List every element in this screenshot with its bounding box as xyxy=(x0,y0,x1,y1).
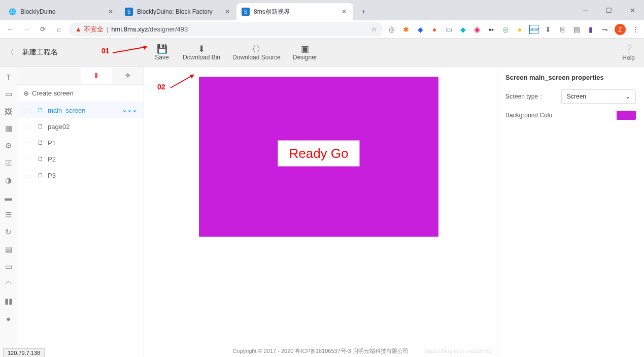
drag-handle-icon[interactable]: ⋮⋮ xyxy=(23,124,33,129)
file-icon: 🗋 xyxy=(38,155,44,163)
profile-avatar[interactable]: Z xyxy=(615,24,626,35)
circle-widget-icon[interactable]: ● xyxy=(4,313,14,323)
url-text: hmi.8ms.xyz/designer/493 xyxy=(111,25,188,33)
screen-item-p2[interactable]: ⋮⋮ 🗋 P2 xyxy=(17,151,144,167)
screens-tab[interactable]: ▮ xyxy=(81,67,112,84)
more-icon[interactable]: ∘∘∘ xyxy=(122,106,138,114)
close-window-button[interactable]: ✕ xyxy=(621,0,644,20)
ext-icon[interactable]: ◆ xyxy=(416,25,425,34)
designer-icon: ▣ xyxy=(301,44,309,54)
ext-icon[interactable]: ▪▪ xyxy=(487,25,496,34)
switch-widget-icon[interactable]: ◑ xyxy=(4,175,14,185)
screen-type-select[interactable]: Screen ⌄ xyxy=(561,89,636,104)
ext-icon[interactable]: ● xyxy=(430,25,439,34)
screen-name: P2 xyxy=(48,155,56,163)
bg-color-swatch[interactable] xyxy=(617,111,636,120)
save-icon: 💾 xyxy=(157,44,167,54)
browser-tab-strip: 🌐 BlocklyDuino ✕ S BlocklyDuino: Block F… xyxy=(0,0,644,20)
widget-toolbox: T ▭ 🖼 ▦ ⚙ ☑ ◑ ▬ ☰ ↻ ▤ ▭ ◠ ▮▮ ● xyxy=(0,67,17,357)
app-root: 〈 新建工程名 01 💾 Save ⬇ Download Bin 〈〉 Down… xyxy=(0,39,644,357)
ext-icon[interactable]: ◎ xyxy=(501,25,510,34)
forward-button[interactable]: → xyxy=(20,23,32,36)
back-button[interactable]: ← xyxy=(4,23,16,36)
designer-button[interactable]: ▣ Designer xyxy=(289,42,321,63)
screen-name: main_screen xyxy=(48,107,85,114)
new-tab-button[interactable]: ＋ xyxy=(356,5,370,19)
ext-icon[interactable]: ▭ xyxy=(444,25,453,34)
grid-widget-icon[interactable]: ▦ xyxy=(4,123,14,134)
screen-item-page02[interactable]: ⋮⋮ 🗋 page02 xyxy=(17,118,144,135)
help-button[interactable]: ❔ Help xyxy=(622,44,635,61)
progress-widget-icon[interactable]: ▮▮ xyxy=(4,296,14,306)
drag-handle-icon[interactable]: ⋮⋮ xyxy=(23,173,33,178)
help-icon: ❔ xyxy=(623,44,634,54)
rect-widget-icon[interactable]: ▭ xyxy=(4,89,14,99)
maximize-button[interactable]: ☐ xyxy=(597,0,621,20)
image-widget-icon[interactable]: 🖼 xyxy=(4,106,14,116)
drag-handle-icon[interactable]: ⋮⋮ xyxy=(23,140,33,146)
table-widget-icon[interactable]: ▤ xyxy=(4,244,14,254)
star-icon[interactable]: ☆ xyxy=(371,25,377,33)
ready-go-label[interactable]: Ready Go xyxy=(278,141,359,167)
screen-type-value: Screen xyxy=(567,93,586,100)
screen-type-label: Screen type： xyxy=(505,92,556,101)
text-widget-icon[interactable]: T xyxy=(4,72,14,82)
svg-line-2 xyxy=(171,75,194,88)
create-screen-button[interactable]: ⊕ Create screen xyxy=(17,85,144,102)
ext-icon[interactable]: ⎘ xyxy=(558,25,567,34)
screen-item-p3[interactable]: ⋮⋮ 🗋 P3 xyxy=(17,167,144,183)
screen-item-p1[interactable]: ⋮⋮ 🗋 P1 xyxy=(17,135,144,151)
download-bin-button[interactable]: ⬇ Download Bin xyxy=(179,42,224,63)
screen-item-main[interactable]: ⋮⋮ 🗋 main_screen ∘∘∘ xyxy=(17,102,144,118)
home-button[interactable]: ⌂ xyxy=(53,23,65,36)
layers-tab[interactable]: ❖ xyxy=(112,67,144,84)
tab-8ms[interactable]: S 8ms创新视界 ✕ xyxy=(236,3,353,20)
extensions-row: ◎ ✱ ◆ ● ▭ ◆ ◉ ▪▪ ◎ ● NEW ⬇ ⎘ ▤ ▮ ⊸ Z ⋮ xyxy=(387,24,640,35)
annotation-02: 02 xyxy=(157,83,165,91)
security-warning: ▲ 不安全 xyxy=(75,25,104,34)
close-icon[interactable]: ✕ xyxy=(340,8,348,16)
minimize-button[interactable]: ─ xyxy=(574,0,597,20)
ext-icon[interactable]: ▤ xyxy=(572,25,581,34)
list-widget-icon[interactable]: ☰ xyxy=(4,210,14,220)
prop-screen-type: Screen type： Screen ⌄ xyxy=(505,89,636,104)
close-icon[interactable]: ✕ xyxy=(223,8,231,16)
canvas-area[interactable]: Ready Go Copyright © 2017 - 2020 粤ICP备18… xyxy=(144,67,497,357)
panel-widget-icon[interactable]: ▭ xyxy=(4,262,14,272)
check-widget-icon[interactable]: ☑ xyxy=(4,158,14,168)
spinner-widget-icon[interactable]: ↻ xyxy=(4,227,14,237)
annotation-01: 01 xyxy=(101,46,152,56)
menu-icon[interactable]: ⋮ xyxy=(631,25,640,34)
download-source-button[interactable]: 〈〉 Download Source xyxy=(228,42,285,63)
ext-icon[interactable]: ◉ xyxy=(472,25,482,34)
drag-handle-icon[interactable]: ⋮⋮ xyxy=(23,156,33,162)
slider-widget-icon[interactable]: ⚙ xyxy=(4,141,14,151)
ext-icon[interactable]: ◆ xyxy=(458,25,467,34)
screen-panel: ▮ ❖ ⊕ Create screen ⋮⋮ 🗋 main_screen ∘∘∘… xyxy=(17,67,144,357)
reload-button[interactable]: ⟳ xyxy=(37,23,49,36)
ext-icon[interactable]: ✱ xyxy=(401,25,411,34)
download-icon[interactable]: ⬇ xyxy=(544,25,553,34)
ext-icon[interactable]: ● xyxy=(515,25,524,34)
drag-handle-icon[interactable]: ⋮⋮ xyxy=(23,108,33,113)
ext-icon[interactable]: ◎ xyxy=(387,25,396,34)
key-icon[interactable]: ⊸ xyxy=(600,25,609,34)
screen-list: ⋮⋮ 🗋 main_screen ∘∘∘ ⋮⋮ 🗋 page02 ⋮⋮ 🗋 P1… xyxy=(17,102,144,357)
create-screen-label: Create screen xyxy=(32,89,74,97)
save-label: Save xyxy=(155,54,168,61)
tab-block-factory[interactable]: S BlocklyDuino: Block Factory ✕ xyxy=(120,3,236,20)
download-source-label: Download Source xyxy=(232,54,281,61)
save-button[interactable]: 💾 Save xyxy=(149,42,175,63)
screen-canvas[interactable]: Ready Go xyxy=(199,77,438,237)
ext-icon[interactable]: ▮ xyxy=(586,25,595,34)
close-icon[interactable]: ✕ xyxy=(107,8,115,16)
warning-icon: ▲ xyxy=(75,25,82,33)
ext-new-icon[interactable]: NEW xyxy=(529,25,538,34)
tab-blocklyduino[interactable]: 🌐 BlocklyDuino ✕ xyxy=(3,3,120,20)
address-bar[interactable]: ▲ 不安全 | hmi.8ms.xyz/designer/493 ☆ xyxy=(69,22,383,37)
gauge-widget-icon[interactable]: ◠ xyxy=(4,279,14,289)
bar-widget-icon[interactable]: ▬ xyxy=(4,192,14,203)
app-back-button[interactable]: 〈 xyxy=(0,39,20,66)
layers-icon: ❖ xyxy=(125,72,131,79)
app-toolbar: 〈 新建工程名 01 💾 Save ⬇ Download Bin 〈〉 Down… xyxy=(0,39,644,67)
